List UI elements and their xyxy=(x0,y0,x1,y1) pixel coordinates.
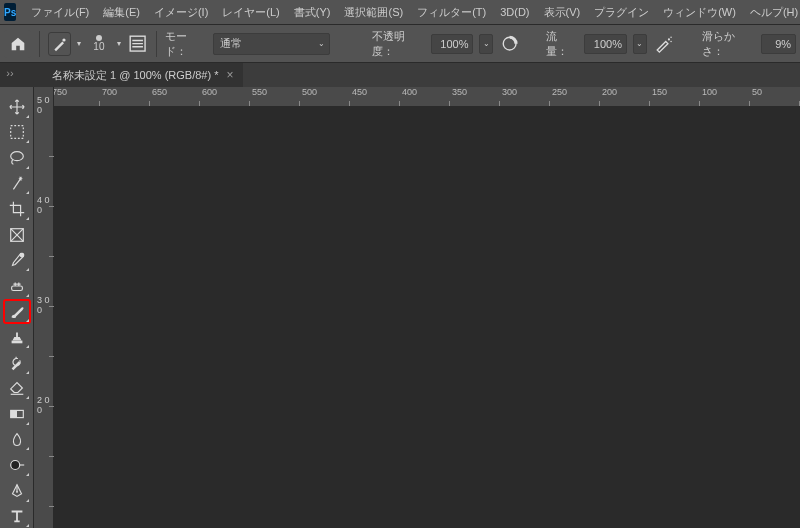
brush-settings-button[interactable] xyxy=(127,33,148,55)
ruler-major-label: 4 0 0 xyxy=(37,195,53,215)
ruler-tick: 600 xyxy=(200,87,250,106)
chevron-down-icon: ⌄ xyxy=(318,39,325,48)
menu-help[interactable]: ヘルプ(H) xyxy=(743,0,800,25)
ruler-tick: 150 xyxy=(650,87,700,106)
blur-tool[interactable] xyxy=(4,428,30,452)
ruler-major-label: 2 0 0 xyxy=(37,395,53,415)
ruler-tick: 550 xyxy=(250,87,300,106)
main-area: 7507006506005505004504003503002502001501… xyxy=(0,87,800,528)
ruler-tick: 400 xyxy=(400,87,450,106)
flow-label: 流量： xyxy=(546,29,578,59)
chevron-down-icon[interactable]: ⌄ xyxy=(633,34,647,54)
menu-edit[interactable]: 編集(E) xyxy=(96,0,147,25)
tool-preset-picker[interactable] xyxy=(48,32,71,56)
pressure-opacity-button[interactable] xyxy=(499,33,520,55)
menu-bar: Ps ファイル(F) 編集(E) イメージ(I) レイヤー(L) 書式(Y) 選… xyxy=(0,0,800,25)
ruler-tick: 250 xyxy=(550,87,600,106)
crop-tool[interactable] xyxy=(4,197,30,221)
menu-plugin[interactable]: プラグイン xyxy=(587,0,656,25)
brush-size-value: 10 xyxy=(93,41,104,52)
blend-mode-value: 通常 xyxy=(220,36,242,51)
svg-rect-13 xyxy=(10,410,16,417)
frame-tool[interactable] xyxy=(4,223,30,247)
pen-tool[interactable] xyxy=(4,479,30,503)
svg-point-5 xyxy=(670,41,671,42)
healing-brush-tool[interactable] xyxy=(4,274,30,298)
type-tool[interactable] xyxy=(4,505,30,529)
home-button[interactable] xyxy=(4,30,31,58)
ruler-tick: 100 xyxy=(700,87,750,106)
options-bar: ▾ 10 ▾ モード： 通常 ⌄ 不透明度： 100% ⌄ 流量： 100% ⌄… xyxy=(0,25,800,63)
opacity-label: 不透明度： xyxy=(372,29,425,59)
vertical-ruler[interactable]: 5 0 04 0 03 0 02 0 0 xyxy=(34,87,54,528)
document-tab[interactable]: 名称未設定 1 @ 100% (RGB/8#) * × xyxy=(42,63,243,87)
flow-input[interactable]: 100% xyxy=(584,34,627,54)
opacity-input[interactable]: 100% xyxy=(431,34,474,54)
svg-point-3 xyxy=(667,38,669,40)
menu-view[interactable]: 表示(V) xyxy=(537,0,588,25)
smoothing-input[interactable]: 9% xyxy=(761,34,796,54)
canvas[interactable] xyxy=(80,107,800,528)
divider xyxy=(156,31,157,57)
svg-rect-11 xyxy=(11,341,22,344)
airbrush-button[interactable] xyxy=(653,33,674,55)
menu-filter[interactable]: フィルター(T) xyxy=(410,0,493,25)
eyedropper-tool[interactable] xyxy=(4,249,30,273)
chevron-down-icon[interactable]: ▾ xyxy=(77,39,81,48)
ruler-tick: 350 xyxy=(450,87,500,106)
ruler-tick xyxy=(34,457,54,507)
eraser-tool[interactable] xyxy=(4,377,30,401)
canvas-area: 7507006506005505004504003503002502001501… xyxy=(34,87,800,528)
ruler-tick: 300 xyxy=(500,87,550,106)
svg-rect-10 xyxy=(11,286,22,291)
magic-wand-tool[interactable] xyxy=(4,172,30,196)
dodge-tool[interactable] xyxy=(4,453,30,477)
chevron-down-icon[interactable]: ▾ xyxy=(117,39,121,48)
menu-window[interactable]: ウィンドウ(W) xyxy=(656,0,743,25)
ruler-tick: 700 xyxy=(100,87,150,106)
menu-file[interactable]: ファイル(F) xyxy=(24,0,96,25)
ruler-tick: 50 xyxy=(750,87,800,106)
menu-type[interactable]: 書式(Y) xyxy=(287,0,338,25)
chevron-down-icon[interactable]: ⌄ xyxy=(479,34,493,54)
menu-select[interactable]: 選択範囲(S) xyxy=(337,0,410,25)
clone-stamp-tool[interactable] xyxy=(4,325,30,349)
horizontal-ruler[interactable]: 7507006506005505004504003503002502001501… xyxy=(34,87,800,107)
svg-point-4 xyxy=(670,36,671,37)
divider xyxy=(39,31,40,57)
ruler-tick: 650 xyxy=(150,87,200,106)
menu-image[interactable]: イメージ(I) xyxy=(147,0,215,25)
brush-preset-picker[interactable]: 10 xyxy=(87,35,110,52)
ruler-major-label: 5 0 0 xyxy=(37,95,53,115)
tool-palette xyxy=(0,87,34,528)
ruler-major-label: 3 0 0 xyxy=(37,295,53,315)
marquee-tool[interactable] xyxy=(4,121,30,145)
move-tool[interactable] xyxy=(4,95,30,119)
blend-mode-select[interactable]: 通常 ⌄ xyxy=(213,33,329,55)
ruler-tick xyxy=(34,507,54,528)
svg-rect-6 xyxy=(10,126,23,139)
brush-tool[interactable] xyxy=(4,300,30,324)
ruler-tick: 500 xyxy=(300,87,350,106)
tab-bar: 名称未設定 1 @ 100% (RGB/8#) * × xyxy=(42,63,800,87)
svg-rect-9 xyxy=(19,253,24,257)
menu-layer[interactable]: レイヤー(L) xyxy=(215,0,286,25)
ruler-tick: 750 xyxy=(50,87,100,106)
ruler-tick: 200 xyxy=(600,87,650,106)
history-brush-tool[interactable] xyxy=(4,351,30,375)
mode-label: モード： xyxy=(165,29,207,59)
gradient-tool[interactable] xyxy=(4,402,30,426)
tab-title: 名称未設定 1 @ 100% (RGB/8#) * xyxy=(52,68,218,83)
svg-point-7 xyxy=(10,152,23,161)
lasso-tool[interactable] xyxy=(4,146,30,170)
expand-panels-button[interactable]: ›› xyxy=(0,63,20,83)
ps-logo[interactable]: Ps xyxy=(4,3,16,21)
ruler-tick: 450 xyxy=(350,87,400,106)
smoothing-label: 滑らかさ： xyxy=(702,29,755,59)
menu-3d[interactable]: 3D(D) xyxy=(493,0,536,25)
svg-point-0 xyxy=(62,38,65,41)
close-icon[interactable]: × xyxy=(226,68,233,82)
